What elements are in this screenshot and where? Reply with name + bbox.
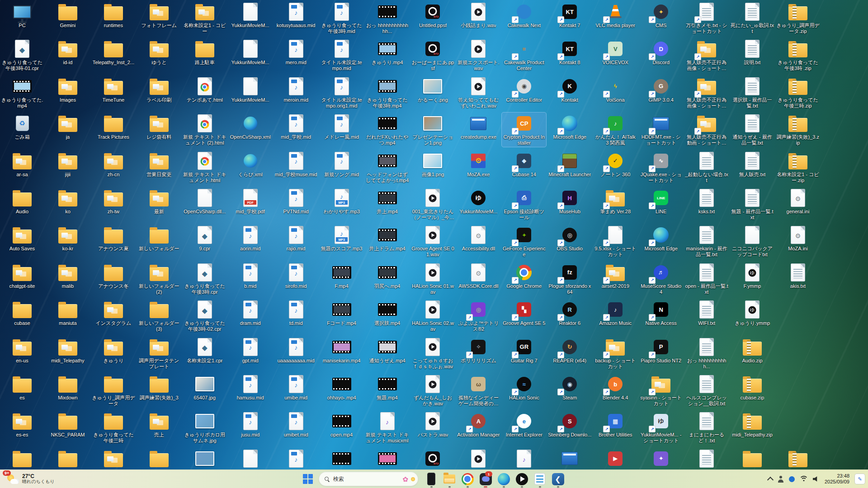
desktop-icon[interactable]: F.mp4 (320, 262, 364, 290)
desktop-icon[interactable]: アナウンス冬 (91, 262, 136, 290)
desktop-icon[interactable]: きゅうり食ってた午後三時.zip (776, 75, 820, 110)
desktop-icon[interactable]: ♪hamusu.mid (228, 373, 273, 402)
desktop-icon[interactable]: 選択肢.mp4 (365, 299, 410, 327)
desktop-icon[interactable]: createdump.exe (456, 113, 500, 141)
desktop-icon[interactable]: 井上ドラム.mp4 (365, 224, 410, 253)
desktop-icon[interactable]: だれだFXいれたやつ.mp4 (365, 113, 410, 147)
desktop-icon[interactable]: ◆きゅうり食ってた午後3時.cpr (183, 262, 227, 296)
desktop-icon[interactable]: 井上.mp4 (365, 187, 410, 216)
desktop-icon[interactable]: きゅうり (91, 336, 136, 365)
desktop-icon[interactable]: ♪gpt.mid (228, 336, 273, 365)
desktop-icon[interactable]: ohhayo-.mp4 (320, 373, 364, 402)
desktop-icon[interactable]: HALion Sonic 01.wav (410, 262, 455, 296)
desktop-icon[interactable]: ↗Cakewalk Next (502, 1, 546, 29)
desktop-icon[interactable]: ▦↗Brother Utilities (593, 410, 637, 439)
desktop-icon[interactable] (137, 448, 181, 470)
desktop-icon[interactable]: Fコード.mp4 (320, 299, 364, 327)
desktop-icon[interactable]: cubase.zip (730, 373, 774, 402)
notification-pen-icon[interactable]: ✎ (854, 474, 865, 484)
desktop-icon[interactable]: インスタグラム (91, 299, 136, 327)
desktop-icon[interactable]: b↗Blender 4.4 (593, 373, 637, 402)
desktop-icon[interactable] (320, 448, 364, 470)
desktop-icon[interactable]: 答え知っててもむずいわこれ.wav (456, 75, 500, 110)
desktop-icon[interactable]: ◉↗Controller Editor (502, 75, 546, 104)
desktop-icon[interactable]: ゆYukkuriMovieM... (456, 187, 500, 216)
desktop-icon[interactable]: 売上 (137, 410, 181, 439)
desktop-icon[interactable]: ↗筆まめ Ver.28 (593, 187, 637, 216)
wifi-icon[interactable] (800, 476, 808, 482)
desktop-icon[interactable]: ↗Microsoft Edge (639, 224, 683, 253)
taskbar-app-media-player[interactable] (513, 470, 531, 488)
tray-person-icon[interactable] (778, 476, 784, 483)
desktop-icon[interactable]: ↗Google Chrome (502, 262, 546, 290)
desktop-icon[interactable]: ◎↗ぷよぷよ™テトリス®2 (456, 299, 500, 333)
desktop-icon[interactable]: 新しいフォルダー (3) (137, 299, 181, 333)
desktop-icon[interactable]: きゅうり食ってた午後3時 .zip (776, 38, 820, 72)
desktop-icon[interactable]: ♪新規 テキスト ドキュメント.musicxml (365, 410, 410, 445)
desktop-icon[interactable] (776, 448, 820, 470)
desktop-icon[interactable]: まにまにわーるど！.txt (684, 410, 729, 445)
desktop-icon[interactable]: manisekarin.mp4 (320, 336, 364, 365)
desktop-icon[interactable]: ♪kotusytuaaus.mid (274, 1, 318, 29)
desktop-icon[interactable]: ♪MP3無題のスコア.mp3 (320, 224, 364, 253)
desktop-icon[interactable]: ▶ (593, 448, 637, 470)
desktop-icon[interactable]: 通知うぜえ.mp4 (365, 336, 410, 365)
desktop-icon[interactable]: 通知うぜえ - 親作品一覧.txt (730, 113, 774, 147)
weather-widget[interactable]: 9+ 27°C 晴れのちくもり (3, 470, 58, 488)
desktop-icon[interactable] (684, 448, 729, 470)
desktop-icon[interactable]: ◆きゅうり食ってた午後3時-01.cpr (0, 38, 44, 72)
desktop-icon[interactable]: レジ袋有料 (137, 113, 181, 141)
desktop-icon[interactable]: ♪↗Amazon Music (593, 299, 637, 327)
desktop-icon[interactable]: ♪↗かんたん！ AITalk 3 関西風 (593, 113, 637, 147)
desktop-icon[interactable]: runtimes (91, 1, 136, 29)
desktop-icon[interactable]: K↗Kontakt (547, 75, 592, 104)
desktop-icon[interactable]: Audio (0, 187, 44, 216)
desktop-icon[interactable]: ↗9.5.xlsx - ショートカット (593, 224, 637, 258)
desktop-icon[interactable]: ◉↗Steam (547, 373, 592, 402)
desktop-icon[interactable]: 名称未設定1 - コピー.zip (776, 150, 820, 184)
start-button[interactable] (301, 472, 315, 486)
desktop-icon[interactable] (0, 448, 44, 470)
desktop-icon[interactable]: 選択肢 - 親作品一覧.txt (730, 75, 774, 110)
desktop-icon[interactable]: ♪uaaaaaaaaa.mid (274, 336, 318, 365)
desktop-icon[interactable] (46, 448, 90, 470)
desktop-icon[interactable]: midi_Telepathy.zip (730, 410, 774, 439)
desktop-icon[interactable] (183, 448, 227, 470)
desktop-icon[interactable]: ヘルスコンプレッション__歌詞.txt (684, 373, 729, 408)
desktop-icon[interactable]: NKSC_PARAM (46, 410, 90, 439)
desktop-icon[interactable]: ♪sirofo.mid (274, 262, 318, 290)
desktop-icon[interactable]: 65407.jpg (183, 373, 227, 402)
desktop-icon[interactable]: midi_Telepathy (46, 336, 90, 365)
desktop-icon[interactable]: 説明.txt (730, 38, 774, 66)
desktop-icon[interactable]: R↗Reaktor 6 (547, 299, 592, 327)
taskbar-app-google-chrome[interactable] (458, 470, 476, 488)
desktop-icon[interactable]: きゅうりポカロ用サムネ.jpg (183, 410, 227, 445)
desktop-icon[interactable]: 新しいフォルダー (2) (137, 262, 181, 296)
desktop-icon[interactable]: YukkuriMovieM... (228, 75, 273, 104)
desktop-icon[interactable]: zh-tw (91, 187, 136, 216)
desktop-icon[interactable]: ゆF.ymmp (730, 262, 774, 290)
taskbar-app-chat-app[interactable]: 1 (476, 470, 495, 488)
desktop-icon[interactable]: ♪mid_学校.mid (274, 113, 318, 141)
desktop-icon[interactable]: 無題.mp4 (365, 373, 410, 402)
desktop-icon[interactable]: プレゼンテーション1.png (410, 113, 455, 147)
desktop-icon[interactable]: おっ hhhhhhhhhhhhh... (365, 1, 410, 35)
desktop-icon[interactable] (228, 448, 273, 470)
desktop-icon[interactable]: WIFI.txt (684, 299, 729, 327)
desktop-icon[interactable]: パストラ.wav (410, 410, 455, 439)
desktop-icon[interactable]: くらび.xml (228, 150, 273, 178)
desktop-icon[interactable] (365, 448, 410, 470)
desktop-icon[interactable]: 001_東北きりたん（ノーマル）_今じゃ... (410, 187, 455, 221)
desktop-icon[interactable]: きゅうり_調声用データ (91, 373, 136, 408)
taskbar-app-microsoft-edge[interactable] (495, 470, 513, 488)
desktop-icon[interactable]: ラベル印刷 (137, 75, 181, 104)
desktop-icon[interactable]: ar-sa (0, 150, 44, 178)
tray-chevron-up-icon[interactable] (767, 477, 774, 483)
search-box[interactable]: 検索 ✿ (319, 472, 418, 486)
desktop-icon[interactable]: ♬↗MuseScore Studio 4 (639, 262, 683, 296)
taskbar-app-file-explorer[interactable] (440, 470, 458, 488)
desktop-icon[interactable]: 最新 (137, 187, 181, 216)
desktop-icon[interactable]: ≡↗Cakewalk Product Center (502, 38, 546, 72)
desktop-icon[interactable]: おっ hhhhhhhhhhh... (684, 336, 729, 371)
desktop-icon[interactable]: ゆうと (137, 38, 181, 66)
